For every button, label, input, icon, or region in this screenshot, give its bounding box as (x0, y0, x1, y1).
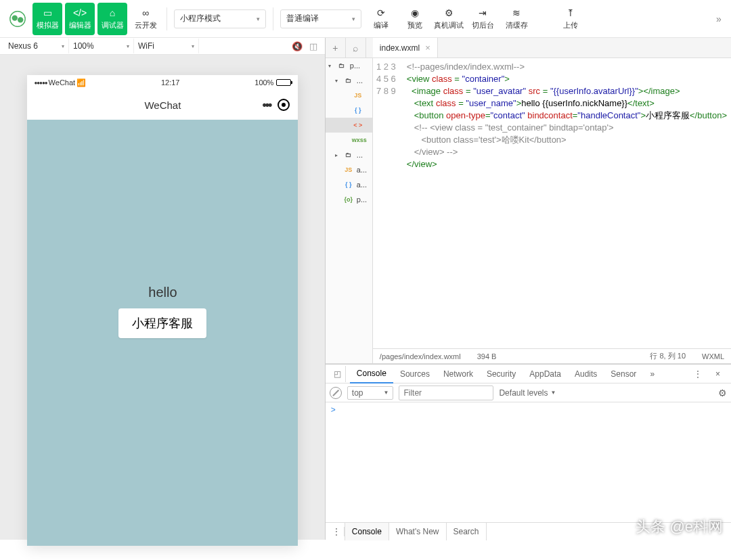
phone-simulator: ●●●●● WeChat 📶 12:17 100% WeChat ••• hel (27, 75, 298, 546)
carrier-label: WeChat (49, 78, 76, 87)
compile-button[interactable]: ⟳编译 (366, 3, 397, 35)
customer-service-button[interactable]: 小程序客服 (118, 308, 206, 338)
tree-file-wxss[interactable]: wxss (326, 133, 372, 147)
cut-background-button[interactable]: ⇥切后台 (467, 3, 498, 35)
simulator-button[interactable]: ▭模拟器 (32, 3, 62, 35)
main-area: Nexus 6▾ 100%▾ WiFi▾ 🔇 ◫ ●●●●● WeChat 📶 … (0, 38, 731, 540)
devtools-tab-security[interactable]: Security (480, 365, 523, 383)
debugger-button[interactable]: ⌂调试器 (97, 3, 127, 35)
file-tab[interactable]: index.wxml× (373, 38, 438, 57)
file-path: /pages/index/index.wxml (380, 352, 461, 360)
drawer-tab-search[interactable]: Search (447, 523, 487, 540)
devtools-tab-audits[interactable]: Audits (568, 365, 604, 383)
time-label: 12:17 (161, 78, 180, 87)
console-filter-bar: top▼ Default levels ▼ ⚙ (326, 383, 731, 402)
tree-file-json[interactable]: { } (326, 103, 372, 118)
devtools-panel: ◰ Console Sources Network Security AppDa… (326, 364, 731, 540)
mode-select[interactable]: 小程序模式▾ (174, 9, 266, 28)
code-content[interactable]: <!--pages/index/index.wxml--> <view clas… (403, 58, 731, 348)
search-button[interactable]: ⌕ (346, 38, 366, 57)
tree-app-json[interactable]: { }a... (326, 177, 372, 192)
log-levels-select[interactable]: Default levels ▼ (499, 388, 556, 398)
drawer-menu-icon[interactable]: ⋮ (330, 527, 345, 536)
cursor-position: 行 8, 列 10 (650, 351, 686, 361)
close-tab-icon[interactable]: × (425, 43, 430, 53)
battery-label: 100% (254, 78, 273, 87)
file-tree: ▾🗀p... ▾🗀... JS { } < > wxss ▸🗀... JSa..… (326, 58, 373, 363)
tree-file-js[interactable]: JS (326, 88, 372, 103)
simulator-pane: Nexus 6▾ 100%▾ WiFi▾ 🔇 ◫ ●●●●● WeChat 📶 … (0, 38, 326, 540)
editor-status-bar: /pages/index/index.wxml 394 B 行 8, 列 10 … (373, 348, 731, 363)
tree-project-config[interactable]: {o}p... (326, 192, 372, 207)
editor-row: + ⌕ ▾🗀p... ▾🗀... JS { } < > wxss ▸🗀... (326, 38, 731, 364)
phone-nav-bar: WeChat ••• (27, 90, 298, 120)
device-select[interactable]: Nexus 6▾ (4, 39, 69, 53)
clear-console-icon[interactable] (330, 387, 342, 399)
context-select[interactable]: top▼ (347, 386, 394, 400)
element-inspect-icon[interactable]: ◰ (330, 366, 346, 382)
signal-dots-icon: ●●●●● (34, 80, 47, 86)
capsule-close-icon[interactable] (278, 99, 290, 111)
devtools-tab-sensor[interactable]: Sensor (604, 365, 643, 383)
tree-file-wxml[interactable]: < > (326, 118, 372, 133)
phone-status-bar: ●●●●● WeChat 📶 12:17 100% (27, 75, 298, 90)
drawer-tab-console[interactable]: Console (345, 523, 389, 540)
devtools-tab-network[interactable]: Network (437, 365, 480, 383)
tree-root[interactable]: ▾🗀p... (326, 58, 372, 73)
devtools-tab-more-icon[interactable]: » (643, 365, 661, 383)
zoom-select[interactable]: 100%▾ (69, 39, 134, 53)
devtools-tab-console[interactable]: Console (350, 365, 393, 383)
drawer-tab-whatsnew[interactable]: What's New (389, 523, 447, 540)
devtools-tab-appdata[interactable]: AppData (523, 365, 568, 383)
devtools-drawer-tabs: ⋮ Console What's New Search (326, 522, 731, 540)
console-body[interactable]: > (326, 402, 731, 522)
code-editor[interactable]: 1 2 3 4 5 6 7 8 9 <!--pages/index/index.… (373, 58, 731, 348)
new-tab-button[interactable]: + (326, 38, 346, 57)
clear-cache-button[interactable]: ≋清缓存 (501, 3, 532, 35)
hello-text: hello (148, 285, 177, 300)
preview-button[interactable]: ◉预览 (399, 3, 430, 35)
page-title: WeChat (144, 99, 181, 111)
console-settings-icon[interactable]: ⚙ (718, 388, 727, 398)
app-logo (4, 5, 31, 32)
cloud-dev-button[interactable]: ∞云开发 (130, 3, 161, 35)
top-toolbar: ▭模拟器 </>编辑器 ⌂调试器 ∞云开发 小程序模式▾ 普通编译▾ ⟳编译 ◉… (0, 0, 731, 38)
compile-mode-select[interactable]: 普通编译▾ (280, 9, 361, 28)
layout-icon[interactable]: ◫ (305, 38, 322, 54)
remote-debug-button[interactable]: ⚙真机调试 (433, 3, 464, 35)
svg-point-1 (12, 15, 18, 20)
devtools-tabs: ◰ Console Sources Network Security AppDa… (326, 365, 731, 383)
tree-app-js[interactable]: JSa... (326, 162, 372, 177)
more-icon[interactable]: » (711, 14, 727, 24)
line-gutter: 1 2 3 4 5 6 7 8 9 (373, 58, 403, 348)
console-prompt: > (331, 405, 336, 415)
tree-folder[interactable]: ▾🗀... (326, 73, 372, 88)
simulator-subbar: Nexus 6▾ 100%▾ WiFi▾ 🔇 ◫ (0, 38, 326, 55)
filter-input[interactable] (399, 386, 493, 400)
wifi-icon: 📶 (76, 78, 86, 87)
right-pane: + ⌕ ▾🗀p... ▾🗀... JS { } < > wxss ▸🗀... (326, 38, 731, 540)
network-select[interactable]: WiFi▾ (134, 39, 199, 53)
editor-area: + ⌕ ▾🗀p... ▾🗀... JS { } < > wxss ▸🗀... (326, 38, 731, 363)
phone-body: hello 小程序客服 (27, 120, 298, 546)
capsule-menu-icon[interactable]: ••• (263, 98, 271, 112)
tree-folder-collapsed[interactable]: ▸🗀... (326, 147, 372, 162)
mute-icon[interactable]: 🔇 (289, 38, 305, 54)
devtools-kebab-icon[interactable]: ⋮ (687, 365, 709, 383)
upload-button[interactable]: ⤒上传 (555, 3, 586, 35)
devtools-close-icon[interactable]: × (709, 365, 727, 383)
file-language: WXML (702, 352, 724, 360)
devtools-tab-sources[interactable]: Sources (393, 365, 437, 383)
svg-point-2 (18, 17, 23, 22)
file-size: 394 B (477, 352, 497, 360)
editor-button[interactable]: </>编辑器 (65, 3, 95, 35)
battery-icon (276, 79, 291, 86)
